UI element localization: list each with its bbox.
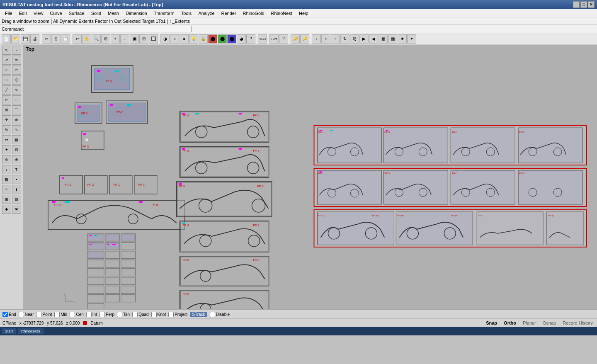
lt-props[interactable]: ℹ	[12, 185, 21, 194]
tb-open[interactable]: 📂	[11, 34, 20, 44]
osnap-button[interactable]: Osnap	[541, 320, 558, 325]
lt-extra8[interactable]: ✖	[12, 205, 21, 214]
tb-color1[interactable]: ⬤	[208, 34, 217, 44]
tb-nest1[interactable]: NEST	[258, 34, 267, 44]
tb-grid3[interactable]: ▦	[388, 34, 397, 44]
menu-rhinogold[interactable]: RhinoGold	[240, 10, 268, 17]
tb-key1[interactable]: 🔑	[291, 34, 300, 44]
lt-fillet[interactable]: ⌒	[12, 105, 21, 114]
cb-perp[interactable]: Perp	[100, 312, 114, 317]
lt-array[interactable]: ▦	[12, 135, 21, 144]
menu-analyze[interactable]: Analyze	[195, 10, 218, 17]
lt-line[interactable]: ╱	[2, 85, 11, 95]
menu-tools[interactable]: Tools	[178, 10, 195, 17]
lt-dim[interactable]: ↕	[2, 165, 11, 174]
tb-help2[interactable]: ?	[279, 34, 288, 44]
minimize-button[interactable]: _	[573, 1, 580, 8]
tb-new[interactable]: 📄	[2, 34, 11, 44]
lt-rotate[interactable]: ↻	[2, 125, 11, 134]
lt-layer[interactable]: ≡	[2, 185, 11, 194]
tb-zoom-window[interactable]: 🔍	[92, 34, 101, 44]
lt-hatch[interactable]: ▩	[2, 175, 11, 184]
tb-zoom-in[interactable]: +	[111, 34, 120, 44]
ortho-button[interactable]: Ortho	[502, 320, 518, 325]
lt-poly[interactable]: ⬡	[12, 75, 21, 85]
menu-edit[interactable]: Edit	[16, 10, 30, 17]
lt-offset[interactable]: ⊞	[2, 105, 11, 114]
menu-mesh[interactable]: Mesh	[104, 10, 122, 17]
cb-mid[interactable]: Mid	[54, 312, 67, 317]
viewport[interactable]: Top FP-1	[23, 45, 597, 309]
tb-paste[interactable]: 📋	[61, 34, 70, 44]
tb-extra4[interactable]: ✦	[407, 34, 416, 44]
lt-extra6[interactable]: ⊟	[12, 195, 21, 204]
lt-extra5[interactable]: ⊞	[2, 195, 11, 204]
menu-curve[interactable]: Curve	[46, 10, 65, 17]
lt-extend[interactable]: ↔	[12, 95, 21, 104]
menu-view[interactable]: View	[30, 10, 47, 17]
cb-quad[interactable]: Quad	[132, 312, 148, 317]
tb-print[interactable]: 🖨	[30, 34, 39, 44]
tb-wire[interactable]: ○	[170, 34, 179, 44]
tb-rot[interactable]: ↻	[340, 34, 349, 44]
tb-key2[interactable]: 🔑	[300, 34, 309, 44]
lt-block[interactable]: ▪	[12, 175, 21, 184]
menu-help[interactable]: Help	[296, 10, 312, 17]
cb-disable[interactable]: Disable	[210, 312, 230, 317]
maximize-button[interactable]: □	[580, 1, 587, 8]
lt-osnap[interactable]: ⊗	[12, 155, 21, 164]
lt-extra7[interactable]: ✚	[2, 205, 11, 214]
tb-grid[interactable]: ⊞	[139, 34, 148, 44]
tb-chain[interactable]: ⛓	[350, 34, 359, 44]
menu-dimension[interactable]: Dimension	[122, 10, 150, 17]
cb-cen[interactable]: Cen	[70, 312, 83, 317]
tb-snap[interactable]: 🔲	[149, 34, 158, 44]
tb-zoom-sel[interactable]: ▣	[130, 34, 139, 44]
planar-button[interactable]: Planar	[521, 320, 538, 325]
tb-undo[interactable]: ↩	[73, 34, 82, 44]
tb-cube2[interactable]: ▫	[331, 34, 340, 44]
cb-near[interactable]: Near	[19, 312, 34, 317]
tb-color2[interactable]: ⬤	[218, 34, 227, 44]
cb-tan[interactable]: Tan	[117, 312, 130, 317]
tb-extra3[interactable]: ★	[398, 34, 407, 44]
tb-grid2[interactable]: ▦	[379, 34, 388, 44]
tb-tdm[interactable]: TDM	[269, 34, 279, 44]
tb-copy[interactable]: ⎘	[51, 34, 61, 44]
lt-mirror[interactable]: ⇔	[2, 135, 11, 144]
tb-render[interactable]: ●	[180, 34, 189, 44]
title-bar-controls[interactable]: _ □ ✕	[573, 1, 595, 8]
strack-badge[interactable]: STrack	[190, 312, 207, 317]
menu-file[interactable]: File	[2, 10, 16, 17]
lt-explode[interactable]: ✦	[2, 145, 11, 154]
lt-select[interactable]: ↖	[2, 46, 11, 55]
tb-extra2[interactable]: ◀	[369, 34, 378, 44]
lt-scale[interactable]: ⤡	[12, 125, 21, 134]
tb-cut[interactable]: ✂	[42, 34, 51, 44]
menu-surface[interactable]: Surface	[66, 10, 88, 17]
tb-cube[interactable]: ▪	[321, 34, 330, 44]
close-button[interactable]: ✕	[588, 1, 595, 8]
lt-ellipse[interactable]: ⬭	[12, 66, 21, 75]
lt-copy2[interactable]: ⊕	[12, 115, 21, 124]
menu-solid[interactable]: Solid	[88, 10, 104, 17]
tb-extra1[interactable]: ▶	[359, 34, 369, 44]
tb-lock[interactable]: 🔒	[199, 34, 208, 44]
lt-rect[interactable]: □	[2, 75, 11, 85]
cb-int[interactable]: Int	[86, 312, 97, 317]
lt-sel-window[interactable]: ↗	[2, 56, 11, 65]
menu-render[interactable]: Render	[218, 10, 240, 17]
tb-color3[interactable]: ⬤	[227, 34, 236, 44]
lt-text[interactable]: T	[12, 165, 21, 174]
tb-zoom-out[interactable]: -	[120, 34, 129, 44]
tb-arrow1[interactable]: ↓	[312, 34, 321, 44]
lt-group[interactable]: ⊡	[12, 145, 21, 154]
snap-button[interactable]: Snap	[484, 320, 499, 325]
lt-move[interactable]: ✛	[2, 115, 11, 124]
lt-circle[interactable]: ○	[2, 66, 11, 75]
lt-curve[interactable]: ∿	[12, 85, 21, 95]
record-history-button[interactable]: Record History	[561, 320, 595, 325]
tb-zoom-extents[interactable]: ⊞	[101, 34, 110, 44]
lt-trim[interactable]: ✂	[2, 95, 11, 104]
cb-project[interactable]: Project	[168, 312, 187, 317]
